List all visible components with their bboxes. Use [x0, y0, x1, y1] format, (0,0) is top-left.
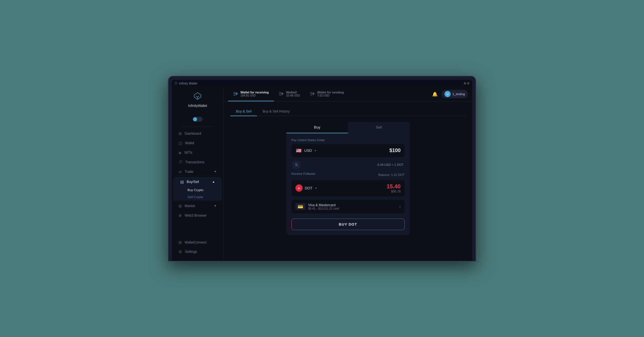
sidebar-item-wallet[interactable]: ◫ Wallet: [173, 139, 222, 148]
sidebar-item-web3[interactable]: ⊕ Web3 Browser: [173, 211, 222, 220]
sell-tab[interactable]: Sell: [348, 122, 410, 133]
wallet-link-icon-2: [279, 92, 284, 96]
settings-icon: ⚙: [179, 249, 182, 254]
market-chevron: ▼: [214, 204, 217, 207]
sidebar-item-sell-crypto[interactable]: Sell Crypto: [175, 194, 220, 200]
buy-dot-button[interactable]: BUY DOT: [291, 219, 405, 230]
notification-bell-icon[interactable]: 🔔: [432, 91, 438, 97]
dashboard-icon: ⊞: [179, 131, 182, 136]
buy-sell-tab-row: Buy Sell: [286, 122, 410, 133]
sidebar-item-buy-crypto[interactable]: Buy Crypto: [175, 187, 220, 193]
logo-text: InfinityWallet: [188, 104, 207, 108]
page-tabs: Buy & Sell Buy & Sell History: [230, 107, 465, 116]
logo-icon: [192, 91, 203, 103]
sidebar-item-walletconnect[interactable]: ⊞ WalletConnect: [173, 238, 222, 247]
sidebar-bottom: ⊞ WalletConnect ⚙ Settings: [172, 238, 223, 256]
crypto-amount-display: 15.40 $95.78: [386, 183, 400, 193]
main-content: Wallet for receiving 104.91 USD Wallet2: [224, 87, 472, 261]
toggle-dot: [193, 117, 197, 121]
sidebar-item-nfts[interactable]: ◈ NFTs: [173, 148, 222, 157]
window-controls[interactable]: [464, 82, 469, 84]
pay-amount: $100: [389, 148, 400, 153]
app-logo-icon: ⬡: [175, 81, 177, 85]
trade-icon: ⇄: [179, 169, 182, 174]
receive-label-row: Receive Polkadot Balance: 1.31 DOT: [291, 172, 405, 178]
buy-tab[interactable]: Buy: [286, 122, 348, 133]
card-icon: 💳: [295, 203, 305, 210]
sidebar-item-transactions[interactable]: ⏱ Transactions: [173, 158, 222, 167]
pay-label: Pay United States Dollar: [291, 138, 405, 142]
balance-label: Balance: 1.31 DOT: [378, 173, 405, 176]
buysell-icon: ▤: [180, 180, 184, 184]
currency-chevron-icon: ▾: [315, 149, 316, 152]
crypto-selector[interactable]: ● DOT ▾: [295, 184, 317, 192]
minimize-button[interactable]: [464, 82, 466, 84]
top-bar: Wallet for receiving 104.91 USD Wallet2: [224, 87, 472, 102]
logo-area: InfinityWallet: [172, 91, 223, 112]
theme-toggle[interactable]: [193, 117, 203, 122]
pay-currency-row: 🇺🇸 USD ▾ $100: [291, 144, 405, 157]
rate-info: 6.49 USD = 1 DOT: [377, 163, 404, 166]
wallet-tab-1[interactable]: Wallet for receiving 104.91 USD: [228, 87, 274, 101]
crypto-chevron-icon: ▾: [315, 187, 317, 190]
titlebar: ⬡ Infinity Wallet: [172, 80, 472, 87]
wallet-tab-3[interactable]: Wallet for sending 7.02 USD: [305, 87, 349, 101]
sidebar-item-settings[interactable]: ⚙ Settings: [173, 247, 222, 256]
card-body: Pay United States Dollar 🇺🇸 USD ▾ $100: [286, 133, 410, 235]
top-bar-right: 🔔 U 1_testing: [432, 90, 468, 98]
buysell-subnav: Buy Crypto Sell Crypto: [173, 187, 222, 200]
payment-left: 💳 Visa & Mastercard $9.45 – $13,011.32 L…: [295, 203, 339, 210]
nft-icon: ◈: [179, 150, 182, 155]
titlebar-title: ⬡ Infinity Wallet: [175, 81, 197, 85]
swap-row: ⇅ 6.49 USD = 1 DOT: [291, 159, 405, 170]
receive-currency-row: ● DOT ▾ 15.40 $95.78: [291, 180, 405, 196]
sidebar: InfinityWallet ⊞ Dashboard ◫: [172, 87, 224, 261]
web3-icon: ⊕: [179, 213, 182, 218]
currency-flag: 🇺🇸: [295, 147, 302, 154]
payment-method-row[interactable]: 💳 Visa & Mastercard $9.45 – $13,011.32 L…: [291, 200, 405, 214]
payment-info: Visa & Mastercard $9.45 – $13,011.32 Lim…: [308, 203, 339, 210]
dot-token-icon: ●: [295, 184, 303, 192]
trade-chevron: ▼: [214, 170, 217, 173]
wallet-tab-2[interactable]: Wallet2 10.48 USD: [274, 87, 305, 101]
sidebar-item-trade[interactable]: ⇄ Trade ▼: [173, 167, 222, 176]
avatar: U: [444, 91, 451, 97]
tab-buy-sell[interactable]: Buy & Sell: [230, 107, 257, 116]
market-icon: ⊞: [179, 204, 182, 208]
receive-label: Receive Polkadot: [291, 172, 316, 175]
sidebar-item-dashboard[interactable]: ⊞ Dashboard: [173, 129, 222, 138]
wallet-link-icon-1: [233, 92, 238, 96]
sidebar-item-market[interactable]: ⊞ Market ▼: [173, 201, 222, 210]
wallet-icon: ◫: [179, 141, 182, 145]
swap-button[interactable]: ⇅: [293, 161, 300, 169]
payment-chevron-right-icon: ›: [399, 204, 401, 209]
sidebar-divider: [182, 126, 213, 127]
sidebar-buysell-section: ▤ Buy/Sell ▲ Buy Crypto Sell Crypto: [173, 177, 222, 201]
maximize-button[interactable]: [467, 82, 469, 84]
tab-buy-sell-history[interactable]: Buy & Sell History: [257, 107, 295, 116]
sidebar-item-buysell[interactable]: ▤ Buy/Sell ▲: [175, 177, 220, 186]
buysell-chevron: ▲: [212, 180, 215, 183]
currency-selector[interactable]: 🇺🇸 USD ▾: [295, 147, 316, 154]
wallet-link-icon-3: [310, 92, 315, 96]
buy-sell-card: Buy Sell Pay United States Dollar: [286, 122, 410, 235]
transactions-icon: ⏱: [179, 160, 182, 164]
page-content: Buy & Sell Buy & Sell History Buy: [224, 102, 472, 261]
walletconnect-icon: ⊞: [179, 240, 182, 245]
user-badge[interactable]: U 1_testing: [442, 90, 468, 98]
